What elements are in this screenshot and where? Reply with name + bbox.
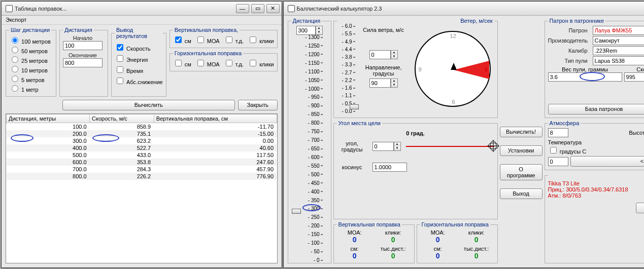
scale-tick: - 500 — [308, 171, 320, 177]
dist-legend: Дистанция — [63, 27, 94, 33]
wind-clock[interactable]: 12 3 6 9 — [415, 31, 491, 107]
step-radio[interactable]: 50 метров — [9, 45, 53, 54]
rifle-panel: Винтовка Tikka T3 Lite Приц.: 300/5.0/0.… — [545, 172, 644, 263]
vcorr-cm-label: см: — [337, 246, 372, 252]
cal-input[interactable] — [593, 46, 644, 55]
checkbox[interactable]: Время — [115, 65, 163, 74]
table-row[interactable]: 100.0858.9-11.70 — [7, 123, 277, 131]
spin-buttons[interactable]: ▲▼ — [394, 142, 401, 151]
step-radio[interactable]: 100 метров — [9, 35, 53, 45]
scale-tick: - 800 — [308, 120, 320, 126]
checkbox[interactable]: клики — [248, 58, 274, 68]
std-button[interactable]: <Стандартные> — [570, 156, 644, 167]
spin-buttons[interactable]: ▲▼ — [391, 50, 398, 59]
menubar: Экспорт — [2, 16, 282, 25]
checkbox[interactable]: т.д. — [224, 35, 244, 45]
scale-tick: - 300 — [308, 206, 320, 211]
distance-panel: Дистанция ▲▼ - 1300- 1250- 1200- 1150- 1… — [288, 18, 331, 263]
col-header[interactable]: Скорость, м/с — [90, 114, 154, 123]
calc-button[interactable]: Вычислить — [62, 100, 235, 110]
atm-legend: Атмосфера — [548, 120, 581, 126]
end-input[interactable] — [63, 58, 103, 67]
checkbox[interactable]: МОА — [195, 58, 220, 68]
wind-slider[interactable] — [350, 104, 359, 109]
exit-button[interactable]: Выход — [500, 188, 543, 199]
rifle-edit-button[interactable]: Изменить — [636, 203, 644, 213]
wind-dir-input[interactable] — [369, 79, 391, 88]
distance-group: Дистанция Начало Окончание — [59, 27, 108, 97]
scale-tick: - 1300 — [305, 34, 319, 40]
col-header[interactable]: Вертикальная поправка, см — [154, 114, 277, 123]
spin-buttons[interactable]: ▲▼ — [391, 79, 398, 88]
titlebar: Баллистический калькулятор 2.3 — ▭ — [284, 2, 644, 16]
start-input[interactable] — [63, 41, 103, 50]
checkbox[interactable]: см — [173, 35, 191, 45]
cart-db-button[interactable]: База патронов — [548, 104, 644, 114]
alt-input[interactable] — [548, 128, 568, 137]
scale-tick: - 1200 — [305, 51, 319, 57]
scale-tick: - 750 — [308, 129, 320, 134]
checkbox[interactable]: Абс.снижение — [115, 76, 163, 86]
wt-input[interactable] — [548, 72, 622, 82]
table-row[interactable]: 600.0353.8247.60 — [7, 159, 277, 166]
deg-checkbox[interactable]: градусы C — [548, 148, 587, 155]
table-row[interactable]: 300.0623.20.00 — [7, 137, 277, 144]
app-icon — [288, 5, 295, 12]
step-radio[interactable]: 1 метр — [9, 84, 53, 93]
calc-button[interactable]: Вычислить! — [500, 127, 543, 137]
tmp-input[interactable] — [548, 157, 568, 166]
scale-tick: - 4.9 — [342, 39, 352, 44]
scale-tick: - 700 — [308, 137, 320, 143]
vert-legend: Вертикальная поправка, — [173, 27, 240, 33]
menu-export[interactable]: Экспорт — [6, 17, 26, 23]
horz-legend: Горизонтальная поправка — [173, 50, 243, 56]
scale-tick: - 50 — [311, 249, 319, 254]
maker-input[interactable] — [593, 36, 644, 45]
about-button[interactable]: О программе — [500, 164, 543, 180]
vcorr-cm: 0 — [337, 252, 372, 260]
distance-input[interactable] — [296, 26, 316, 35]
scale-tick: - 200 — [308, 223, 320, 228]
cos-input[interactable] — [372, 163, 407, 172]
corrections-window: Таблица поправок... — ▭ ✕ Экспорт Шаг ди… — [1, 1, 282, 268]
table-row[interactable]: 200.0735.1-15.00 — [7, 130, 277, 137]
type-input[interactable] — [593, 56, 644, 65]
vcorr-td: 0 — [376, 252, 411, 260]
settings-button[interactable]: Установки — [500, 145, 543, 156]
step-radio[interactable]: 5 метров — [9, 74, 53, 83]
table-row[interactable]: 800.0226.2776.90 — [7, 173, 277, 180]
angle-label: угол, градусы — [337, 140, 367, 152]
hcorr-cm: 0 — [420, 252, 456, 260]
angle-input[interactable] — [372, 142, 394, 151]
col-header[interactable]: Дистанция, метры — [7, 114, 90, 123]
spin-buttons[interactable]: ▲▼ — [316, 26, 323, 35]
close-btn[interactable]: Закрыть — [238, 100, 278, 110]
table-row[interactable]: 400.0522.740.60 — [7, 144, 277, 151]
vcorr-klk: 0 — [376, 236, 411, 244]
scale-tick: - 1050 — [305, 77, 319, 83]
hcorr-klk: 0 — [459, 236, 494, 244]
wind-force-input[interactable] — [369, 50, 391, 59]
close-button[interactable]: ✕ — [266, 4, 280, 13]
vcorr-moa-label: МОА: — [337, 229, 372, 236]
table-row[interactable]: 500.0433.0117.50 — [7, 151, 277, 159]
scale-tick: - 4.4 — [342, 46, 352, 52]
wind-dir-label: Направление, градусы — [359, 64, 408, 76]
table-row[interactable]: 700.0284.3457.90 — [7, 166, 277, 173]
angle-legend: Угол места цели — [337, 120, 382, 126]
checkbox[interactable]: т.д. — [224, 58, 244, 68]
rifle-atm: Атм.: 8/0/763 — [548, 193, 644, 199]
checkbox[interactable]: МОА — [195, 35, 220, 45]
scale-tick: - 2.7 — [342, 69, 352, 75]
patron-label: Патрон — [548, 27, 590, 33]
step-radio[interactable]: 25 метров — [9, 55, 53, 64]
checkbox[interactable]: Скорость — [115, 43, 163, 52]
spd-input[interactable] — [624, 72, 644, 82]
minimize-button[interactable]: — — [236, 4, 249, 13]
step-radio[interactable]: 10 метров — [9, 64, 53, 73]
checkbox[interactable]: Энергия — [115, 54, 163, 63]
maximize-button[interactable]: ▭ — [251, 4, 264, 13]
checkbox[interactable]: см — [173, 58, 191, 68]
patron-input[interactable] — [593, 26, 644, 35]
checkbox[interactable]: клики — [248, 35, 274, 45]
